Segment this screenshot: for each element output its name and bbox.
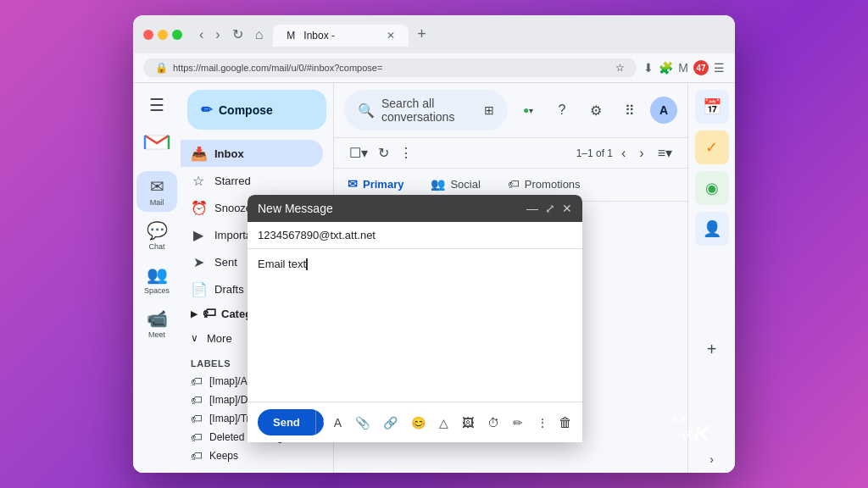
maximize-traffic-light[interactable] xyxy=(172,30,182,40)
extensions-icon[interactable]: 🧩 xyxy=(659,61,673,75)
tabs-bar: M Inbox - ✕ + xyxy=(273,22,433,47)
label-icon: 🏷 xyxy=(191,449,203,463)
star-icon: ☆ xyxy=(615,62,625,74)
label-keeps[interactable]: 🏷 Keeps xyxy=(191,446,323,465)
add-app-button[interactable]: + xyxy=(707,340,717,359)
reload-button[interactable]: ↻ xyxy=(229,25,247,44)
drive-button[interactable]: △ xyxy=(436,413,452,433)
text-format-button[interactable]: A xyxy=(331,413,345,433)
spaces-icon: 👥 xyxy=(147,264,168,285)
promotions-tab-icon: 🏷 xyxy=(508,177,520,191)
active-tab[interactable]: M Inbox - ✕ xyxy=(273,25,409,47)
keep-button[interactable]: ◉ xyxy=(695,171,729,205)
next-page-button[interactable]: › xyxy=(634,142,648,164)
settings-button[interactable]: ⚙ xyxy=(582,97,609,124)
page-info: 1–1 of 1 ‹ › ≡▾ xyxy=(576,141,677,164)
page-count: 1–1 of 1 xyxy=(576,147,613,159)
address-bar: 🔒 https://mail.google.com/mail/u/0/#inbo… xyxy=(133,53,735,83)
toolbar-row: ☐▾ ↻ ⋮ 1–1 of 1 ‹ › ≡▾ xyxy=(334,138,687,169)
categories-arrow: ▶ xyxy=(191,309,198,319)
discard-button[interactable]: 🗑 xyxy=(559,415,572,430)
signature-button[interactable]: ✏ xyxy=(509,413,526,433)
download-icon[interactable]: ⬇ xyxy=(643,61,654,75)
sent-label: Sent xyxy=(214,256,237,269)
meet-icon: 📹 xyxy=(147,308,168,329)
compose-body-text: Email text xyxy=(258,258,306,270)
refresh-button[interactable]: ↻ xyxy=(373,141,394,164)
back-button[interactable]: ‹ xyxy=(196,25,207,44)
select-checkbox[interactable]: ☐▾ xyxy=(344,141,373,164)
hamburger-menu[interactable]: ☰ xyxy=(136,90,177,120)
minimize-traffic-light[interactable] xyxy=(158,30,168,40)
compose-to-field[interactable]: 1234567890@txt.att.net xyxy=(248,222,582,249)
expand-sidebar-button[interactable]: › xyxy=(709,452,714,466)
tab-title: Inbox - xyxy=(303,30,335,42)
keep-icon: ◉ xyxy=(705,179,719,197)
tasks-button[interactable]: ✓ xyxy=(695,130,729,164)
photo-button[interactable]: 🖼 xyxy=(459,413,477,433)
link-button[interactable]: 🔗 xyxy=(380,413,401,433)
close-traffic-light[interactable] xyxy=(143,30,153,40)
nav-item-starred[interactable]: ☆ Starred xyxy=(181,167,323,194)
sidebar-item-spaces[interactable]: 👥 Spaces xyxy=(136,259,177,300)
view-options-button[interactable]: ≡▾ xyxy=(653,141,677,164)
online-dot: ● xyxy=(523,104,529,116)
important-icon: ▶ xyxy=(191,227,206,243)
traffic-lights xyxy=(143,30,182,40)
compose-pencil-icon: ✏ xyxy=(201,102,212,118)
calendar-button[interactable]: 📅 xyxy=(695,90,729,124)
more-options-button[interactable]: ⋮ xyxy=(394,141,418,164)
right-sidebar: 📅 ✓ ◉ 👤 + › xyxy=(687,83,735,473)
help-button[interactable]: ? xyxy=(548,97,576,124)
labels-title: LABELS xyxy=(191,358,231,369)
search-icon: 🔍 xyxy=(358,103,375,119)
compose-body[interactable]: Email text xyxy=(248,249,582,402)
label-icon: 🏷 xyxy=(191,412,203,425)
inbox-icon: 📥 xyxy=(191,146,206,162)
drafts-label: Drafts xyxy=(214,283,244,296)
profile-icon[interactable]: M xyxy=(678,61,688,75)
menu-icon[interactable]: ☰ xyxy=(714,61,725,75)
attach-button[interactable]: 📎 xyxy=(352,413,373,433)
contacts-button[interactable]: 👤 xyxy=(695,212,729,246)
schedule-button[interactable]: ⏱ xyxy=(484,413,503,433)
inbox-label: Inbox xyxy=(214,147,244,160)
lock-icon: 🔒 xyxy=(155,62,168,74)
tab-favicon: M xyxy=(287,30,298,42)
drafts-icon: 📄 xyxy=(191,281,206,297)
avatar[interactable]: A xyxy=(650,97,677,124)
compose-expand-button[interactable]: ⤢ xyxy=(545,202,555,215)
new-tab-button[interactable]: + xyxy=(410,22,433,47)
filter-icon[interactable]: ⊞ xyxy=(484,103,494,117)
status-dropdown: ▾ xyxy=(529,106,533,115)
send-button[interactable]: Send xyxy=(258,409,315,435)
forward-button[interactable]: › xyxy=(212,25,223,44)
cursor xyxy=(306,258,308,270)
more-compose-options[interactable]: ⋮ xyxy=(533,413,552,433)
prev-page-button[interactable]: ‹ xyxy=(616,142,631,164)
url-input[interactable]: 🔒 https://mail.google.com/mail/u/0/#inbo… xyxy=(143,58,637,77)
sidebar-item-mail[interactable]: ✉ Mail xyxy=(136,171,177,212)
snoozed-icon: ⏰ xyxy=(191,200,206,216)
compose-button[interactable]: ✏ Compose xyxy=(187,90,326,130)
compose-label: Compose xyxy=(219,103,273,117)
send-dropdown-button[interactable]: ▾ xyxy=(315,410,324,435)
sidebar-item-chat[interactable]: 💬 Chat xyxy=(136,215,177,256)
emoji-button[interactable]: 😊 xyxy=(408,413,429,433)
compose-minimize-button[interactable]: — xyxy=(526,202,538,215)
home-button[interactable]: ⌂ xyxy=(252,25,267,44)
help-icon: ? xyxy=(559,103,566,118)
status-indicator[interactable]: ● ▾ xyxy=(515,97,542,124)
contacts-icon: 👤 xyxy=(703,219,721,238)
tab-close-button[interactable]: ✕ xyxy=(387,30,395,42)
compose-close-button[interactable]: ✕ xyxy=(562,202,572,215)
chat-icon: 💬 xyxy=(147,220,168,241)
nav-item-inbox[interactable]: 📥 Inbox xyxy=(181,140,323,167)
apps-button[interactable]: ⠿ xyxy=(616,97,643,124)
browser-toolbar: ⬇ 🧩 M 47 ☰ xyxy=(643,60,725,75)
sidebar-item-meet[interactable]: 📹 Meet xyxy=(136,303,177,344)
search-placeholder: Search all conversations xyxy=(381,97,477,124)
send-button-group: Send ▾ xyxy=(258,409,324,435)
mail-label: Mail xyxy=(150,198,164,207)
search-bar[interactable]: 🔍 Search all conversations ⊞ xyxy=(344,90,508,130)
